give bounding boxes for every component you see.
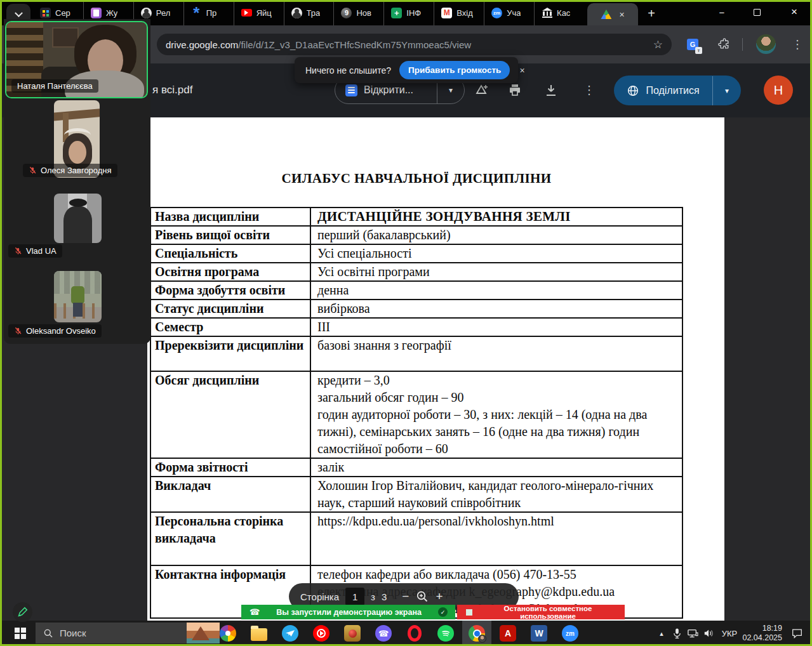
participant-name-3: Oleksandr Ovseiko [8, 324, 102, 338]
opera-icon [408, 625, 422, 642]
tray-expand-button[interactable]: ▴ [655, 621, 668, 646]
mic-muted-icon [29, 166, 37, 175]
tray-volume-icon[interactable] [701, 621, 717, 646]
tab-asterisk[interactable]: *Пр [183, 0, 234, 25]
window-maximize-button[interactable] [742, 0, 771, 24]
translate-extension-button[interactable]: Gт [684, 36, 701, 53]
viber-icon: ☎ [375, 625, 392, 642]
download-icon [543, 82, 559, 98]
tab-gmail[interactable]: MВхід [434, 0, 484, 25]
taskbar-app-game[interactable] [338, 621, 367, 646]
tab-close-icon[interactable]: × [619, 10, 624, 20]
shield-check-icon: ✓ [438, 607, 448, 617]
row-value: Усі освітні програми [311, 263, 682, 280]
participant-video-0[interactable]: Наталя Пантелєєва [5, 21, 148, 98]
taskbar-app-telegram[interactable] [276, 621, 305, 646]
page-number-input[interactable] [345, 588, 364, 605]
taskbar-app-pinwheel[interactable] [213, 621, 243, 646]
open-with-main[interactable]: Відкрити... [335, 84, 437, 96]
table-row: Назва дисципліниДИСТАНЦІЙНЕ ЗОНДУВАННЯ З… [151, 208, 682, 225]
tab-zoom[interactable]: zmУча [484, 0, 534, 25]
tab-label: ІНФ [406, 8, 421, 18]
participant-name-0: Наталя Пантелєєва [11, 79, 98, 93]
window-minimize-button[interactable]: − [707, 0, 736, 24]
bank-favicon-icon [542, 8, 552, 18]
increase-volume-button[interactable]: Прибавить громкость [399, 61, 510, 79]
chrome-icon [469, 625, 485, 642]
word-icon: W [531, 625, 547, 642]
search-placeholder: Поиск [60, 628, 180, 638]
row-label: Статус дисципліни [151, 300, 311, 317]
row-value: ДИСТАНЦІЙНЕ ЗОНДУВАННЯ ЗЕМЛІ [311, 208, 682, 225]
windows-logo-icon [15, 628, 26, 639]
tray-microphone-icon[interactable] [669, 621, 684, 646]
participant-video-3[interactable] [54, 271, 102, 322]
pdf-page: СИЛАБУС НАВЧАЛЬНОЇ ДИСЦИПЛІНИ Назва дисц… [147, 117, 724, 621]
taskbar-app-viber[interactable]: ☎ [369, 621, 398, 646]
new-tab-button[interactable]: + [643, 5, 660, 22]
google-drive-favicon-icon [601, 10, 611, 19]
browser-profile-avatar[interactable] [756, 34, 776, 54]
add-shortcut-icon [474, 82, 489, 98]
taskbar-search[interactable]: Поиск [36, 623, 220, 643]
zoom-favicon-icon: zm [491, 8, 502, 18]
more-actions-button[interactable]: ⋮ [579, 80, 599, 100]
tab-label: Вхід [456, 8, 473, 18]
share-button[interactable]: Поділитися ▾ [614, 76, 741, 105]
search-icon [43, 628, 53, 638]
pencil-icon [17, 607, 28, 617]
annotation-pencil-button[interactable] [13, 602, 32, 622]
tab-label: Яйц [256, 8, 272, 18]
start-button[interactable] [8, 626, 33, 640]
phone-icon: ☎ [250, 607, 260, 617]
download-button[interactable] [541, 80, 561, 100]
action-center-button[interactable] [787, 621, 806, 646]
tab-bank[interactable]: Кас [534, 0, 584, 25]
toast-close-icon[interactable]: × [519, 65, 524, 76]
taskbar-app-file-explorer[interactable] [244, 621, 274, 646]
url-bar[interactable]: drive.google.com/file/d/1Z_v3_D1aaEvcTHf… [157, 34, 672, 55]
tray-language-indicator[interactable]: УКР [719, 621, 740, 646]
open-with-label: Відкрити... [364, 84, 413, 96]
screen-share-banner-text: Вы запустили демонстрацию экрана [260, 608, 438, 617]
taskbar-app-acrobat[interactable]: A [493, 621, 522, 646]
tray-clock[interactable]: 18:19 02.04.2025 [739, 621, 783, 646]
browser-menu-button[interactable]: ⋮ [789, 36, 806, 53]
participant-video-2[interactable] [54, 194, 102, 243]
account-avatar[interactable]: Н [764, 76, 793, 105]
taskbar-app-chrome[interactable] [462, 621, 491, 646]
bookmark-star-icon[interactable]: ☆ [653, 38, 663, 51]
taskbar-app-spotify[interactable] [431, 621, 460, 646]
zoom-magnifier-icon[interactable] [415, 590, 429, 603]
open-with-caret[interactable]: ▾ [437, 86, 464, 95]
tab-sheets[interactable]: +ІНФ [383, 0, 434, 25]
tab-person2[interactable]: Тра [284, 0, 334, 25]
participants-panel: Наталя Пантелєєва Олеся Завгородня Vlad … [4, 19, 150, 344]
spotify-icon [437, 625, 454, 642]
stop-share-button[interactable]: Остановить совместное использование [457, 605, 625, 619]
row-value: базові знання з географії [311, 337, 682, 371]
zoom-out-button[interactable]: − [402, 590, 409, 603]
participant-name-2: Vlad UA [8, 244, 62, 258]
tab-sphere[interactable]: 9Нов [333, 0, 383, 25]
tab-active-drive[interactable]: × [587, 3, 638, 25]
taskbar-app-opera[interactable] [400, 621, 429, 646]
sheets-favicon-icon: + [391, 8, 402, 18]
share-caret[interactable]: ▾ [713, 86, 741, 95]
tab-label: Сер [55, 8, 70, 18]
taskbar-app-word[interactable]: W [524, 621, 554, 646]
taskbar-app-youtube-music[interactable] [307, 621, 336, 646]
taskbar-app-zoom[interactable]: zm [556, 621, 585, 646]
tab-youtube[interactable]: Яйц [234, 0, 284, 25]
table-row: Персональна сторінка викладачаhttps://kd… [151, 511, 682, 565]
row-label: Форма здобуття освіти [151, 282, 311, 299]
mic-muted-icon [14, 247, 22, 255]
zoom-in-button[interactable]: + [436, 590, 443, 603]
share-main[interactable]: Поділитися [614, 84, 712, 97]
extensions-button[interactable] [716, 36, 733, 53]
window-close-button[interactable]: × [780, 0, 809, 24]
table-row: СпеціальністьУсі спеціальності [151, 244, 682, 262]
puzzle-icon [718, 38, 731, 51]
tray-network-icon[interactable] [684, 621, 701, 646]
row-label: Форма звітності [151, 459, 311, 476]
